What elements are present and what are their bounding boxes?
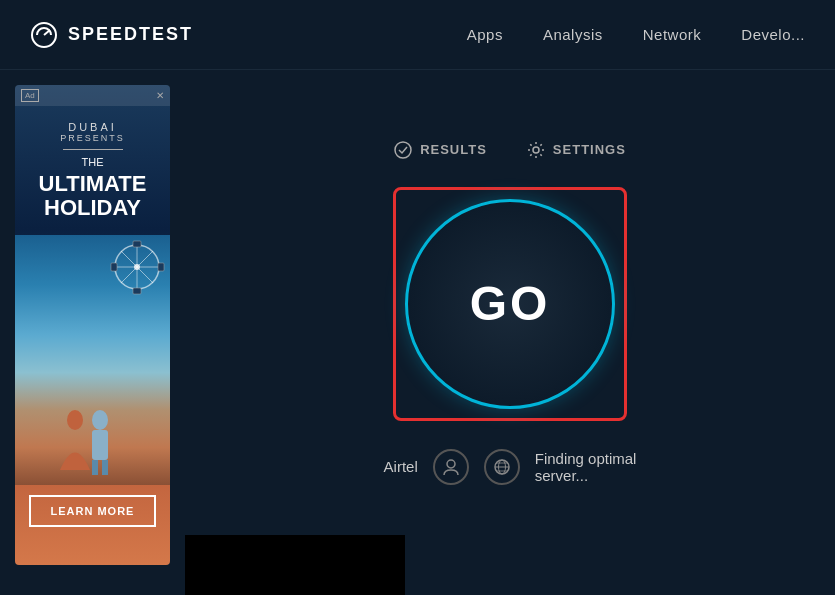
ad-headline: ULTIMATEHOLIDAY: [25, 172, 160, 220]
svg-point-18: [533, 147, 539, 153]
settings-tab-label: SETTINGS: [553, 142, 626, 157]
people-silhouettes-icon: [20, 400, 160, 480]
svg-point-13: [92, 410, 108, 430]
user-icon: [433, 449, 469, 485]
svg-rect-15: [92, 460, 98, 475]
globe-icon: [484, 449, 520, 485]
svg-rect-14: [92, 430, 108, 460]
ad-presents: PRESENTS: [25, 133, 160, 143]
tabs-row: RESULTS SETTINGS: [394, 141, 626, 159]
svg-rect-9: [133, 288, 141, 294]
header: SPEEDTEST Apps Analysis Network Develo..…: [0, 0, 835, 70]
black-box: [185, 535, 405, 595]
settings-gear-icon: [527, 141, 545, 159]
nav-network[interactable]: Network: [643, 26, 702, 43]
ad-badge: Ad: [21, 89, 39, 102]
ad-sidebar: Ad ✕ DUBAI PRESENTS THE ULTIMATEHOLIDAY: [0, 70, 185, 595]
main-area: Ad ✕ DUBAI PRESENTS THE ULTIMATEHOLIDAY: [0, 70, 835, 595]
svg-rect-11: [158, 263, 164, 271]
content-area: RESULTS SETTINGS GO Airtel: [185, 70, 835, 595]
ad-learn-more-button[interactable]: LEARN MORE: [29, 495, 157, 527]
svg-point-19: [447, 460, 455, 468]
nav: Apps Analysis Network Develo...: [467, 26, 805, 43]
results-tab[interactable]: RESULTS: [394, 141, 487, 159]
ad-close-button[interactable]: ✕: [156, 90, 164, 101]
ad-divider: [63, 149, 123, 150]
ad-text-area: DUBAI PRESENTS THE ULTIMATEHOLIDAY: [15, 106, 170, 235]
svg-rect-10: [111, 263, 117, 271]
ad-image: [15, 235, 170, 485]
nav-analysis[interactable]: Analysis: [543, 26, 603, 43]
svg-point-17: [395, 142, 411, 158]
settings-tab[interactable]: SETTINGS: [527, 141, 626, 159]
ad-top-bar: Ad ✕: [15, 85, 170, 106]
finding-server-text: Finding optimalserver...: [535, 450, 637, 484]
ad-city: DUBAI: [25, 121, 160, 133]
ad-the: THE: [25, 156, 160, 168]
isp-name: Airtel: [384, 458, 418, 475]
svg-point-12: [67, 410, 83, 430]
go-button[interactable]: GO: [405, 199, 615, 409]
logo-text: SPEEDTEST: [68, 24, 193, 45]
speedtest-logo-icon: [30, 21, 58, 49]
svg-rect-16: [102, 460, 108, 475]
svg-line-1: [44, 30, 50, 35]
ad-box: Ad ✕ DUBAI PRESENTS THE ULTIMATEHOLIDAY: [15, 85, 170, 565]
nav-develop[interactable]: Develo...: [741, 26, 805, 43]
svg-rect-8: [133, 241, 141, 247]
go-container: GO: [405, 199, 615, 409]
nav-apps[interactable]: Apps: [467, 26, 503, 43]
results-tab-label: RESULTS: [420, 142, 487, 157]
logo[interactable]: SPEEDTEST: [30, 21, 193, 49]
results-checkmark-icon: [394, 141, 412, 159]
ferris-wheel-icon: [110, 240, 165, 295]
go-button-label: GO: [470, 276, 551, 331]
status-bar: Airtel Finding optimalserver...: [384, 449, 637, 485]
